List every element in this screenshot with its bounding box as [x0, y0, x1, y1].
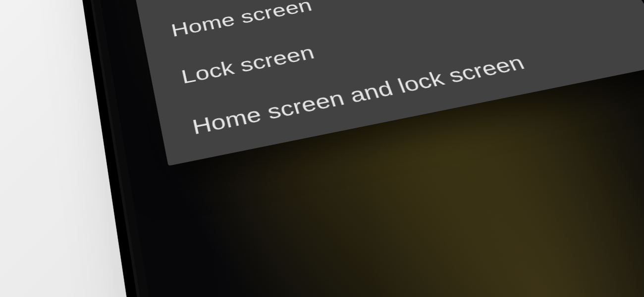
- phone-screen: Set wallpaper Home screen Lock screen Ho…: [79, 0, 644, 297]
- photo-stage: Set wallpaper Home screen Lock screen Ho…: [0, 0, 644, 297]
- phone-device-frame: Set wallpaper Home screen Lock screen Ho…: [61, 0, 644, 297]
- set-wallpaper-dialog: Set wallpaper Home screen Lock screen Ho…: [130, 0, 644, 166]
